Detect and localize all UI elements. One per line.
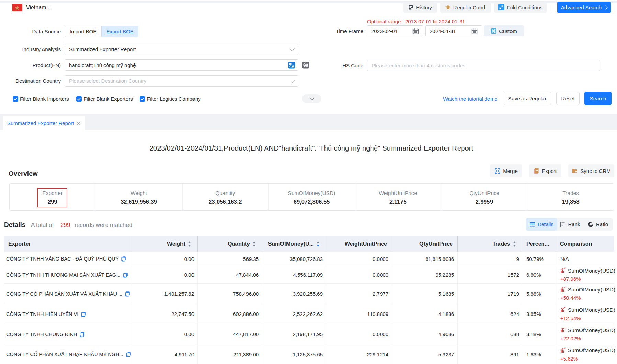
svg-text:A: A (291, 64, 294, 68)
